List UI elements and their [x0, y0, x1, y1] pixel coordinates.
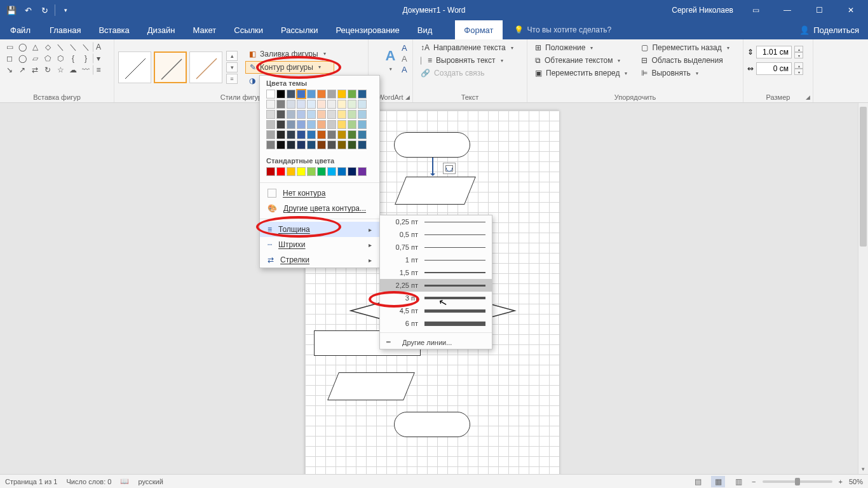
dashes-submenu-item[interactable]: ┄ Штрихи ▸ [260, 237, 379, 252]
color-swatch[interactable] [317, 130, 326, 139]
color-swatch[interactable] [358, 120, 367, 129]
color-swatch[interactable] [287, 167, 295, 176]
color-swatch[interactable] [317, 90, 326, 98]
align-dropdown[interactable]: ⊫Выровнять▾ [637, 67, 733, 79]
scrollbar-thumb[interactable] [860, 107, 867, 247]
vertical-scrollbar[interactable]: ▴ ▾ [858, 103, 868, 474]
color-swatch[interactable] [358, 90, 367, 98]
no-outline-item[interactable]: Нет контура [260, 186, 379, 201]
send-backward-dropdown[interactable]: ▢Переместить назад▾ [637, 42, 733, 53]
color-swatch[interactable] [337, 167, 346, 176]
color-swatch[interactable] [327, 90, 336, 98]
color-swatch[interactable] [287, 120, 295, 129]
color-swatch[interactable] [266, 100, 275, 109]
color-swatch[interactable] [307, 120, 316, 129]
undo-icon[interactable]: ↶ [20, 3, 36, 18]
zoom-out-button[interactable]: − [752, 478, 756, 485]
web-layout-icon[interactable]: ▥ [731, 476, 745, 487]
color-swatch[interactable] [358, 130, 367, 139]
color-swatch[interactable] [358, 167, 367, 176]
thickness-option[interactable]: 4,5 пт [380, 304, 492, 317]
arrows-submenu-item[interactable]: ⇄ Стрелки ▸ [260, 252, 379, 268]
color-swatch[interactable] [266, 130, 275, 139]
thickness-option[interactable]: 6 пт [380, 317, 492, 330]
zoom-slider-knob[interactable] [795, 478, 800, 485]
shape-styles-gallery[interactable] [118, 51, 222, 83]
theme-colors-row[interactable] [260, 90, 379, 98]
thickness-option[interactable]: 1,5 пт [380, 266, 492, 279]
dialog-launcher-icon[interactable]: ◢ [806, 94, 810, 100]
maximize-button[interactable]: ☐ [804, 0, 834, 20]
text-direction-dropdown[interactable]: ↕AНаправление текста▾ [417, 42, 517, 53]
style-preset-2[interactable] [154, 51, 187, 83]
standard-colors-row[interactable] [260, 167, 379, 180]
style-preset-3[interactable] [189, 51, 222, 83]
shapes-gallery[interactable]: ▭◯△◇＼＼＼A ◻◯▱⬠⬡{}▾ ↘↗⇄↻☆☁〰≡ [4, 42, 104, 75]
color-swatch[interactable] [348, 90, 356, 98]
color-swatch[interactable] [307, 130, 316, 139]
color-swatch[interactable] [307, 110, 316, 119]
color-swatch[interactable] [327, 120, 336, 129]
status-spellcheck-icon[interactable]: 📖 [120, 477, 129, 485]
color-swatch[interactable] [297, 90, 306, 98]
tab-layout[interactable]: Макет [184, 20, 225, 39]
color-swatch[interactable] [266, 167, 275, 176]
color-swatch[interactable] [276, 100, 285, 109]
color-swatch[interactable] [317, 100, 326, 109]
thickness-option[interactable]: 0,25 пт [380, 215, 492, 228]
color-swatch[interactable] [317, 120, 326, 129]
color-swatch[interactable] [287, 140, 295, 149]
print-layout-icon[interactable]: ▦ [711, 476, 725, 487]
layout-options-icon[interactable] [443, 163, 456, 174]
color-swatch[interactable] [337, 120, 346, 129]
color-swatch[interactable] [307, 167, 316, 176]
color-swatch[interactable] [337, 110, 346, 119]
color-swatch[interactable] [317, 167, 326, 176]
tab-mailings[interactable]: Рассылки [272, 20, 327, 39]
text-fill-icon[interactable]: A [402, 43, 407, 53]
zoom-level[interactable]: 50% [849, 478, 863, 485]
thickness-option[interactable]: 0,75 пт [380, 241, 492, 254]
shape-terminator-end[interactable] [394, 412, 470, 437]
color-swatch[interactable] [348, 167, 356, 176]
color-swatch[interactable] [297, 100, 306, 109]
thickness-option[interactable]: 2,25 пт [380, 279, 492, 292]
color-swatch[interactable] [266, 110, 275, 119]
color-swatch[interactable] [307, 90, 316, 98]
color-swatch[interactable] [276, 167, 285, 176]
text-effects-icon[interactable]: A [402, 65, 407, 74]
dialog-launcher-icon[interactable]: ◢ [405, 94, 410, 100]
width-value[interactable]: 0 см [756, 62, 792, 75]
tell-me-search[interactable]: 💡 Что вы хотите сделать? [514, 20, 612, 39]
color-swatch[interactable] [348, 110, 356, 119]
color-swatch[interactable] [297, 130, 306, 139]
status-language[interactable]: русский [138, 478, 163, 485]
tab-review[interactable]: Рецензирование [327, 20, 408, 39]
tab-view[interactable]: Вид [409, 20, 442, 39]
color-swatch[interactable] [297, 110, 306, 119]
color-swatch[interactable] [348, 100, 356, 109]
color-swatch[interactable] [287, 130, 295, 139]
status-word-count[interactable]: Число слов: 0 [66, 478, 111, 485]
shape-height-field[interactable]: ⇕ 1.01 см ▴▾ [747, 46, 803, 58]
tab-format[interactable]: Формат [455, 20, 502, 39]
selection-pane-button[interactable]: ⊟Область выделения [637, 55, 733, 66]
color-swatch[interactable] [287, 100, 295, 109]
zoom-in-button[interactable]: + [839, 478, 843, 485]
style-preset-1[interactable] [118, 51, 151, 83]
share-button[interactable]: 👤 Поделиться [799, 20, 868, 39]
ribbon-display-icon[interactable]: ▭ [741, 0, 770, 20]
color-swatch[interactable] [348, 130, 356, 139]
close-button[interactable]: ✕ [836, 0, 865, 20]
zoom-slider[interactable] [763, 480, 832, 483]
color-swatch[interactable] [358, 110, 367, 119]
redo-icon[interactable]: ↻ [37, 3, 52, 18]
color-swatch[interactable] [327, 110, 336, 119]
tab-references[interactable]: Ссылки [225, 20, 272, 39]
color-swatch[interactable] [337, 90, 346, 98]
tab-home[interactable]: Главная [41, 20, 90, 39]
color-swatch[interactable] [327, 100, 336, 109]
shape-parallelogram-1[interactable] [395, 177, 476, 205]
color-swatch[interactable] [337, 130, 346, 139]
create-link-button[interactable]: 🔗Создать связь [417, 67, 517, 79]
